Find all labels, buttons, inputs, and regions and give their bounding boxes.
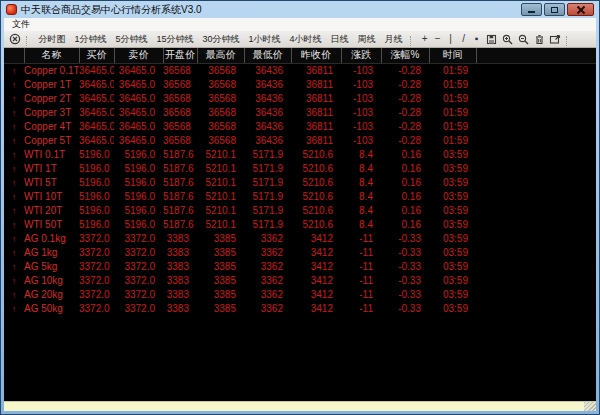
maximize-button[interactable] xyxy=(544,3,565,16)
save-icon[interactable] xyxy=(483,32,499,46)
cell-prev-close: 5210.6 xyxy=(291,148,341,162)
table-row[interactable]: Copper 0.1T 36465.0 36465.0 36568 36568 … xyxy=(4,63,596,78)
cell-sell-price: 5196.0 xyxy=(114,190,163,204)
cell-prev-close: 36811 xyxy=(291,106,341,120)
up-arrow-icon xyxy=(12,66,17,76)
period-button-9[interactable]: 月线 xyxy=(380,32,407,47)
menu-file[interactable]: 文件 xyxy=(9,20,33,29)
cell-open-price: 5187.6 xyxy=(163,162,197,176)
table-row[interactable]: AG 10kg 3372.0 3372.0 3383 3385 3362 341… xyxy=(4,274,596,288)
cell-sell-price: 3372.0 xyxy=(114,288,163,302)
cell-open-price: 3383 xyxy=(163,288,197,302)
cell-change: 8.4 xyxy=(341,176,381,190)
export-icon[interactable] xyxy=(547,32,563,46)
cell-open-price: 36568 xyxy=(163,106,197,120)
zoom-in-icon[interactable] xyxy=(499,32,515,46)
cell-time: 03:59 xyxy=(429,218,476,232)
table-row[interactable]: WTI 0.1T 5196.0 5196.0 5187.6 5210.1 517… xyxy=(4,148,596,162)
cell-time: 03:59 xyxy=(429,274,476,288)
table-row[interactable]: Copper 5T 36465.0 36465.0 36568 36568 36… xyxy=(4,134,596,148)
cell-prev-close: 36811 xyxy=(291,134,341,148)
table-row[interactable]: AG 50kg 3372.0 3372.0 3383 3385 3362 341… xyxy=(4,302,596,316)
period-button-2[interactable]: 5分钟线 xyxy=(111,32,152,47)
minimize-button[interactable] xyxy=(521,3,542,16)
cell-open-price: 5187.6 xyxy=(163,148,197,162)
period-button-6[interactable]: 4小时线 xyxy=(285,32,326,47)
cell-name: AG 1kg xyxy=(24,246,79,260)
table-row[interactable]: Copper 4T 36465.0 36465.0 36568 36568 36… xyxy=(4,120,596,134)
cell-high-price: 36568 xyxy=(197,78,244,92)
cell-change: 8.4 xyxy=(341,204,381,218)
cell-open-price: 5187.6 xyxy=(163,218,197,232)
table-row[interactable]: WTI 20T 5196.0 5196.0 5187.6 5210.1 5171… xyxy=(4,204,596,218)
cell-low-price: 3362 xyxy=(244,232,291,246)
period-button-5[interactable]: 1小时线 xyxy=(244,32,285,47)
zoom-out-icon[interactable] xyxy=(515,32,531,46)
period-button-0[interactable]: 分时图 xyxy=(34,32,70,47)
cell-high-price: 5210.1 xyxy=(197,190,244,204)
cell-high-price: 36568 xyxy=(197,63,244,78)
toolbar-separator xyxy=(410,36,415,46)
cell-change-pct: -0.28 xyxy=(381,78,429,92)
table-row[interactable]: AG 0.1kg 3372.0 3372.0 3383 3385 3362 34… xyxy=(4,232,596,246)
cell-low-price: 5171.9 xyxy=(244,204,291,218)
table-row[interactable]: WTI 50T 5196.0 5196.0 5187.6 5210.1 5171… xyxy=(4,218,596,232)
cell-sell-price: 3372.0 xyxy=(114,246,163,260)
table-row[interactable]: Copper 2T 36465.0 36465.0 36568 36568 36… xyxy=(4,92,596,106)
cell-buy-price: 3372.0 xyxy=(79,246,114,260)
table-row[interactable]: AG 1kg 3372.0 3372.0 3383 3385 3362 3412… xyxy=(4,246,596,260)
cell-buy-price: 5196.0 xyxy=(79,218,114,232)
cell-change-pct: 0.16 xyxy=(381,204,429,218)
period-button-1[interactable]: 1分钟线 xyxy=(70,32,111,47)
title-bar[interactable]: 中天联合商品交易中心行情分析系统V3.0 xyxy=(1,1,599,18)
table-row[interactable]: Copper 3T 36465.0 36465.0 36568 36568 36… xyxy=(4,106,596,120)
cell-low-price: 5171.9 xyxy=(244,176,291,190)
draw-tools: +−|/▪ xyxy=(418,32,483,46)
cell-open-price: 36568 xyxy=(163,63,197,78)
table-row[interactable]: WTI 5T 5196.0 5196.0 5187.6 5210.1 5171.… xyxy=(4,176,596,190)
quote-table: 名称买价卖价开盘价最高价最低价昨收价涨跌涨幅%时间 Copper 0.1T 36… xyxy=(4,48,596,401)
cell-change: -103 xyxy=(341,106,381,120)
draw-tool-3[interactable]: / xyxy=(457,32,470,46)
cell-high-price: 36568 xyxy=(197,92,244,106)
draw-tool-1[interactable]: − xyxy=(431,32,444,46)
cell-low-price: 36436 xyxy=(244,134,291,148)
period-button-7[interactable]: 日线 xyxy=(326,32,353,47)
up-arrow-icon xyxy=(12,192,17,202)
cell-prev-close: 5210.6 xyxy=(291,162,341,176)
draw-tool-0[interactable]: + xyxy=(418,32,431,46)
cell-prev-close: 36811 xyxy=(291,92,341,106)
cell-prev-close: 3412 xyxy=(291,232,341,246)
table-row[interactable]: WTI 10T 5196.0 5196.0 5187.6 5210.1 5171… xyxy=(4,190,596,204)
cell-prev-close: 3412 xyxy=(291,288,341,302)
cell-high-price: 3385 xyxy=(197,302,244,316)
table-row[interactable]: Copper 1T 36465.0 36465.0 36568 36568 36… xyxy=(4,78,596,92)
cell-sell-price: 5196.0 xyxy=(114,218,163,232)
cell-buy-price: 36465.0 xyxy=(79,120,114,134)
up-arrow-icon xyxy=(12,150,17,160)
cell-name: WTI 1T xyxy=(24,162,79,176)
close-button[interactable] xyxy=(567,3,594,16)
up-arrow-icon xyxy=(12,108,17,118)
period-button-4[interactable]: 30分钟线 xyxy=(198,32,244,47)
cell-high-price: 3385 xyxy=(197,246,244,260)
cell-change: -11 xyxy=(341,246,381,260)
cell-name: Copper 5T xyxy=(24,134,79,148)
status-bar xyxy=(4,401,596,411)
connect-icon[interactable] xyxy=(7,32,23,46)
cell-change-pct: -0.28 xyxy=(381,92,429,106)
period-button-8[interactable]: 周线 xyxy=(353,32,380,47)
cell-high-price: 36568 xyxy=(197,106,244,120)
cell-low-price: 36436 xyxy=(244,106,291,120)
draw-tool-2[interactable]: | xyxy=(444,32,457,46)
delete-icon[interactable] xyxy=(531,32,547,46)
draw-tool-4[interactable]: ▪ xyxy=(470,32,483,46)
table-row[interactable]: AG 5kg 3372.0 3372.0 3383 3385 3362 3412… xyxy=(4,260,596,274)
table-row[interactable]: WTI 1T 5196.0 5196.0 5187.6 5210.1 5171.… xyxy=(4,162,596,176)
cell-name: AG 5kg xyxy=(24,260,79,274)
resize-grip[interactable] xyxy=(584,402,596,411)
cell-prev-close: 3412 xyxy=(291,260,341,274)
period-button-3[interactable]: 15分钟线 xyxy=(152,32,198,47)
table-row[interactable]: AG 20kg 3372.0 3372.0 3383 3385 3362 341… xyxy=(4,288,596,302)
toolbar-separator xyxy=(566,36,571,46)
